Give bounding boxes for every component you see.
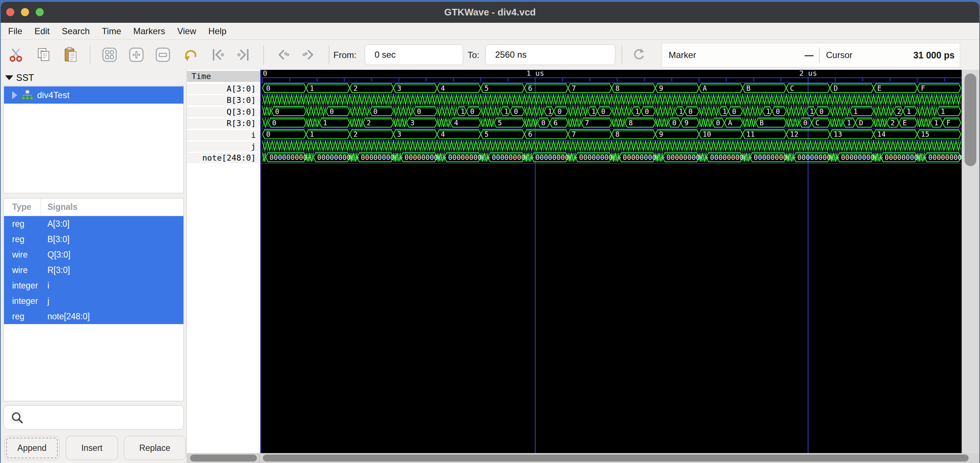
cut-button[interactable] — [8, 46, 25, 63]
svg-text:1: 1 — [766, 107, 770, 115]
insert-button[interactable]: Insert — [66, 436, 118, 460]
menu-time[interactable]: Time — [102, 26, 121, 37]
signal-row-j[interactable]: integerj — [4, 293, 183, 309]
svg-text:B: B — [746, 84, 750, 92]
toolbar-separator — [622, 46, 622, 65]
wave-canvas[interactable]: 01 us2 us0123456789ABCDEF000010101010101… — [260, 70, 962, 453]
svg-text:A: A — [703, 84, 707, 92]
wave-name-R30[interactable]: R[3:0] — [187, 118, 260, 129]
toolbar: From: To: Marker — Cursor 31 000 ps — [1, 40, 979, 70]
expand-arrow-icon[interactable] — [12, 91, 17, 99]
menu-markers[interactable]: Markers — [134, 26, 165, 37]
menu-view[interactable]: View — [177, 26, 196, 37]
wave-name-A30[interactable]: A[3:0] — [187, 84, 260, 94]
wave-name-j[interactable]: j — [187, 142, 260, 152]
from-input[interactable] — [365, 45, 463, 65]
hierarchy-icon — [21, 90, 33, 101]
svg-text:10: 10 — [703, 130, 711, 138]
signal-row-i[interactable]: integeri — [4, 278, 183, 293]
to-input[interactable] — [485, 45, 615, 65]
signal-row-R30[interactable]: wireR[3:0] — [4, 263, 183, 278]
svg-text:0: 0 — [776, 107, 780, 115]
zoom-out-button[interactable] — [154, 46, 171, 63]
signal-type: integer — [4, 296, 41, 306]
go-to-end-icon — [235, 46, 252, 63]
zoom-fit-button[interactable] — [101, 46, 118, 63]
menu-file[interactable]: File — [8, 26, 22, 37]
svg-text:7: 7 — [572, 84, 576, 92]
svg-text:4: 4 — [441, 84, 445, 92]
wave-name-Q30[interactable]: Q[3:0] — [187, 107, 260, 117]
wave-name-note2480[interactable]: note[248:0] — [187, 153, 260, 163]
signals-table: Type Signals regA[3:0]regB[3:0]wireQ[3:0… — [4, 198, 184, 401]
signals-table-body: regA[3:0]regB[3:0]wireQ[3:0]wireR[3:0]in… — [4, 216, 183, 324]
signals-table-header[interactable]: Type Signals — [4, 199, 183, 216]
gtkwave-window: GTKWave - div4.vcd FileEditSearchTimeMar… — [1, 2, 979, 463]
search-icon — [10, 410, 25, 425]
zoom-to-start-button[interactable] — [209, 46, 226, 63]
svg-text:0: 0 — [263, 70, 267, 78]
wave-names-panel[interactable]: Time A[3:0]B[3:0]Q[3:0]R[3:0]ijnote[248:… — [187, 70, 260, 453]
svg-text:4: 4 — [441, 130, 445, 138]
replace-button[interactable]: Replace — [124, 436, 186, 460]
svg-text:0: 0 — [275, 107, 279, 115]
signal-row-A30[interactable]: regA[3:0] — [4, 216, 183, 231]
wave-canvas-wrap[interactable]: 01 us2 us0123456789ABCDEF000010101010101… — [260, 70, 962, 453]
svg-text:0: 0 — [601, 107, 605, 115]
reload-icon — [631, 46, 648, 63]
svg-text:0: 0 — [330, 107, 334, 115]
wave-name-B30[interactable]: B[3:0] — [187, 95, 260, 105]
svg-text:C: C — [815, 119, 819, 127]
svg-text:0: 0 — [417, 107, 421, 115]
wave-name-i[interactable]: i — [187, 130, 260, 140]
horizontal-scrollbar-strip — [186, 453, 979, 463]
zoom-to-end-button[interactable] — [235, 46, 252, 63]
vertical-scrollbar[interactable] — [962, 70, 979, 453]
svg-text:0: 0 — [689, 107, 692, 115]
toolbar-separator — [263, 46, 264, 65]
search-input[interactable] — [27, 408, 175, 427]
svg-text:5: 5 — [485, 84, 488, 92]
menu-help[interactable]: Help — [208, 26, 226, 37]
signal-name: A[3:0] — [41, 219, 70, 229]
reload-button[interactable] — [631, 46, 648, 63]
svg-text:8: 8 — [615, 130, 619, 138]
menu-edit[interactable]: Edit — [35, 26, 49, 37]
zoom-in-button[interactable] — [128, 46, 145, 63]
svg-text:1: 1 — [592, 107, 595, 115]
signal-name: B[3:0] — [41, 234, 70, 244]
svg-text:C: C — [790, 84, 794, 92]
signal-row-Q30[interactable]: wireQ[3:0] — [4, 247, 183, 263]
menu-search[interactable]: Search — [62, 26, 90, 37]
svg-text:0: 0 — [819, 107, 823, 115]
svg-text:3: 3 — [410, 119, 414, 127]
window-title: GTKWave - div4.vcd — [1, 2, 979, 23]
zoom-in-icon — [128, 46, 145, 63]
paste-button[interactable] — [62, 46, 79, 63]
svg-text:E: E — [877, 84, 881, 92]
signal-search-box[interactable] — [4, 405, 184, 430]
main-area: SST div4Test Type — [1, 70, 979, 463]
svg-text:B: B — [759, 119, 764, 127]
signal-row-B30[interactable]: regB[3:0] — [4, 231, 183, 247]
find-previous-edge-button[interactable] — [274, 46, 291, 63]
svg-text:2: 2 — [367, 119, 371, 127]
find-next-edge-button[interactable] — [301, 46, 318, 63]
zoom-undo-button[interactable] — [182, 46, 199, 63]
signal-name: i — [41, 281, 49, 291]
sst-header[interactable]: SST — [5, 72, 34, 83]
column-header-type[interactable]: Type — [4, 199, 41, 216]
wave-hscrollbar-thumb[interactable] — [263, 455, 969, 461]
svg-text:7: 7 — [572, 130, 576, 138]
svg-text:1: 1 — [679, 107, 683, 115]
copy-icon — [35, 47, 51, 63]
signal-name: note[248:0] — [41, 312, 90, 321]
copy-button[interactable] — [35, 46, 52, 63]
names-hscrollbar-thumb[interactable] — [190, 455, 257, 461]
signal-row-note2480[interactable]: regnote[248:0] — [4, 309, 183, 324]
svg-text:1: 1 — [310, 130, 314, 138]
sst-tree-item-div4test[interactable]: div4Test — [4, 86, 183, 103]
append-button[interactable]: Append — [5, 436, 60, 460]
column-header-signals[interactable]: Signals — [41, 202, 78, 212]
vertical-scrollbar-thumb[interactable] — [964, 73, 976, 166]
